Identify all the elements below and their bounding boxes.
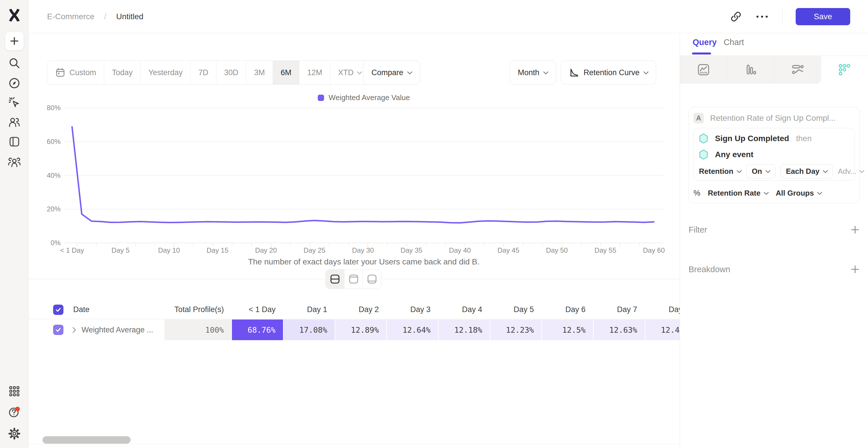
create-new-button[interactable] <box>5 32 24 50</box>
column-header[interactable]: Day 5 <box>490 305 541 314</box>
more-options-icon[interactable] <box>755 15 769 19</box>
row-label[interactable]: Weighted Average ... <box>82 325 153 335</box>
breadcrumb-current[interactable]: Untitled <box>116 12 144 21</box>
date-column-header[interactable]: Date <box>73 305 90 314</box>
breadcrumb-parent[interactable]: E-Commerce <box>47 12 94 21</box>
column-header[interactable]: Day 1 <box>283 305 335 314</box>
copy-link-icon[interactable] <box>730 11 742 23</box>
notification-dot <box>15 407 20 411</box>
users-icon[interactable] <box>8 116 20 128</box>
range-12m[interactable]: 12M <box>299 61 330 84</box>
groups-dropdown[interactable]: All Groups <box>776 189 822 198</box>
funnels-tab[interactable] <box>727 56 774 83</box>
hexagon-event-icon <box>699 149 708 160</box>
x-tick-label: Day 40 <box>438 246 482 254</box>
table-cell[interactable]: 12.63% <box>593 319 645 340</box>
compare-button[interactable]: Compare <box>363 61 420 84</box>
tab-query[interactable]: Query <box>693 38 717 47</box>
query-series-card: A Retention Rate of Sign Up Compl... Sig… <box>689 107 860 203</box>
table-only-view-button[interactable] <box>363 270 381 288</box>
table-cell[interactable]: 12.42% <box>645 319 680 340</box>
granularity-dropdown[interactable]: Month <box>509 61 556 84</box>
add-breakdown-icon[interactable] <box>850 265 860 274</box>
board-icon[interactable] <box>8 136 20 148</box>
second-event-name[interactable]: Any event <box>715 150 753 159</box>
column-header[interactable]: < 1 Day <box>231 305 283 314</box>
column-header[interactable]: Total Profile(s) <box>164 305 231 314</box>
cohorts-icon[interactable] <box>8 156 21 168</box>
row-expander-icon[interactable] <box>70 327 76 333</box>
range-6m[interactable]: 6M <box>273 61 299 84</box>
chart-only-view-button[interactable] <box>344 270 363 288</box>
range-yesterday[interactable]: Yesterday <box>141 61 190 84</box>
flows-tab[interactable] <box>774 56 821 83</box>
range-custom[interactable]: Custom <box>48 61 104 84</box>
x-tick-mark <box>523 243 523 247</box>
table-cell[interactable]: 12.18% <box>438 319 490 340</box>
series-title[interactable]: Retention Rate of Sign Up Compl... <box>710 113 836 123</box>
cursor-click-icon[interactable] <box>8 96 21 109</box>
advanced-dropdown[interactable]: Adv... <box>838 167 864 176</box>
column-header[interactable]: Day 3 <box>386 305 438 314</box>
save-button[interactable]: Save <box>796 8 850 25</box>
x-tick-label: Day 30 <box>342 246 384 254</box>
table-cell[interactable]: 68.76% <box>231 319 283 340</box>
x-tick-label: Day 5 <box>99 246 142 254</box>
column-header[interactable]: Day 7 <box>593 305 645 314</box>
x-tick-label: Day 15 <box>196 246 239 254</box>
x-tick-label: Day 25 <box>293 246 336 254</box>
x-tick-mark <box>174 243 174 247</box>
table-cell[interactable]: 12.64% <box>386 319 438 340</box>
table-cell[interactable]: 12.5% <box>541 319 593 340</box>
table-cell[interactable]: 17.08% <box>283 319 335 340</box>
mixpanel-logo-icon[interactable] <box>7 8 21 22</box>
first-event-name[interactable]: Sign Up Completed <box>715 134 789 143</box>
x-tick-mark <box>639 243 640 247</box>
chart-type-dropdown[interactable]: Retention Curve <box>561 61 656 84</box>
tab-chart[interactable]: Chart <box>724 38 744 47</box>
select-all-checkbox[interactable] <box>53 305 63 315</box>
range-7d[interactable]: 7D <box>190 61 216 84</box>
split-view-button[interactable] <box>326 270 344 288</box>
x-tick-mark <box>271 243 271 247</box>
x-tick-label: < 1 Day <box>51 246 94 254</box>
table-row: Weighted Average ... 100%68.76%17.08%12.… <box>29 319 680 340</box>
table-header-row: Date Total Profile(s)< 1 DayDay 1Day 2Da… <box>29 300 680 319</box>
table-cell[interactable]: 12.89% <box>335 319 386 340</box>
table-cell[interactable]: 12.23% <box>490 319 541 340</box>
column-header[interactable]: Day 8 <box>645 305 680 314</box>
legend-swatch <box>318 95 324 101</box>
add-filter-icon[interactable] <box>850 225 860 234</box>
x-tick-mark <box>445 243 446 247</box>
x-tick-label: Day 35 <box>390 246 433 254</box>
retention-tab[interactable] <box>821 56 868 83</box>
x-axis-caption: The number of exact days later your User… <box>65 257 663 267</box>
range-3m[interactable]: 3M <box>246 61 273 84</box>
compass-icon[interactable] <box>8 77 20 89</box>
search-icon[interactable] <box>8 57 20 69</box>
measure-dropdown[interactable]: Retention Rate <box>708 189 768 198</box>
column-header[interactable]: Day 4 <box>438 305 490 314</box>
x-tick-mark <box>620 243 620 247</box>
horizontal-scrollbar[interactable] <box>42 436 131 444</box>
help-icon[interactable] <box>8 406 21 418</box>
chart-legend[interactable]: Weighted Average Value <box>65 93 663 102</box>
retention-type-dropdown[interactable]: Retention <box>699 167 741 176</box>
left-sidebar <box>0 0 29 448</box>
range-today[interactable]: Today <box>104 61 141 84</box>
settings-gear-icon[interactable] <box>8 427 20 440</box>
insights-tab[interactable] <box>680 56 727 83</box>
column-header[interactable]: Day 2 <box>335 305 386 314</box>
retention-line-chart[interactable] <box>65 104 663 244</box>
view-layout-toggle <box>326 269 381 289</box>
apps-grid-icon[interactable] <box>9 385 20 397</box>
range-30d[interactable]: 30D <box>216 61 246 84</box>
on-dropdown[interactable]: On <box>746 164 775 178</box>
report-main-area: CustomTodayYesterday7D30D3M6M12MXTD Comp… <box>29 34 680 448</box>
table-cell[interactable]: 100% <box>164 319 231 340</box>
column-header[interactable]: Day 6 <box>541 305 593 314</box>
bucket-dropdown[interactable]: Each Day <box>780 164 833 178</box>
x-tick-mark <box>600 243 601 247</box>
filter-label: Filter <box>689 225 707 235</box>
row-checkbox[interactable] <box>53 325 63 335</box>
